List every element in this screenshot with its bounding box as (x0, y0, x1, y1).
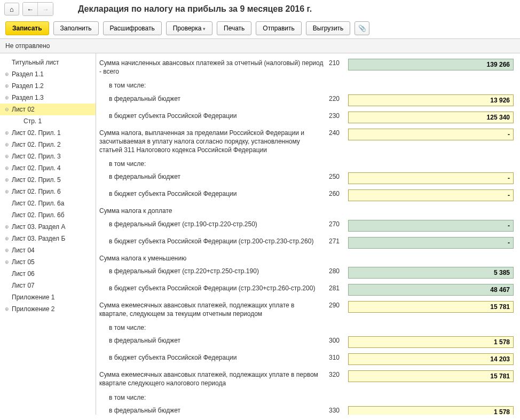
row-code: 240 (329, 129, 348, 137)
row-label: в том числе: (99, 323, 329, 332)
field-280[interactable] (348, 267, 514, 279)
row-label: Сумма ежемесячных авансовых платежей, по… (99, 301, 329, 318)
row-label: в том числе: (99, 160, 329, 168)
plus-icon[interactable]: ⊕ (3, 247, 11, 254)
status-bar: Не отправлено (0, 39, 520, 53)
field-240[interactable] (348, 129, 514, 140)
field-300[interactable] (348, 336, 514, 348)
tree-item-12[interactable]: Лист 02. Прил. 6а (0, 197, 96, 209)
tree-item-6[interactable]: ⊕Лист 02. Прил. 1 (0, 127, 96, 139)
tree-item-3[interactable]: ⊕Раздел 1.3 (0, 92, 96, 104)
back-button[interactable]: ← (23, 3, 38, 15)
plus-icon[interactable]: ⊕ (3, 94, 11, 101)
tree-label: Титульный лист (12, 59, 59, 66)
form-row-281: в бюджет субъекта Российской Федерации (… (99, 284, 514, 296)
row-label: в федеральный бюджет (стр.190-стр.220-ст… (99, 220, 329, 228)
row-code: 230 (329, 112, 348, 120)
row-label: в федеральный бюджет (99, 172, 329, 181)
tree-label: Лист 02. Прил. 6 (12, 188, 61, 195)
nav-group: ← → (22, 2, 53, 16)
field-290[interactable] (348, 301, 514, 313)
row-label: в федеральный бюджет (99, 94, 329, 103)
row-code: 271 (329, 237, 348, 245)
tree-item-21[interactable]: ⊕Приложение 2 (0, 303, 96, 315)
plus-icon[interactable]: ⊕ (3, 153, 11, 160)
row-code: 290 (329, 301, 348, 309)
plus-icon[interactable]: ⊕ (3, 176, 11, 184)
tree-item-17[interactable]: ⊕Лист 05 (0, 256, 96, 268)
fill-button[interactable]: Заполнить (53, 21, 99, 35)
decode-button[interactable]: Расшифровать (103, 21, 162, 35)
forward-button: → (38, 3, 53, 15)
tree-item-2[interactable]: ⊕Раздел 1.2 (0, 80, 96, 92)
attach-button[interactable]: 📎 (354, 21, 369, 35)
tree-item-14[interactable]: ⊕Лист 03. Раздел А (0, 221, 96, 233)
tree-item-13[interactable]: Лист 02. Прил. 6б (0, 209, 96, 221)
plus-icon[interactable]: ⊕ (3, 141, 11, 148)
field-281[interactable] (348, 284, 514, 296)
tree-label: Лист 02 (12, 106, 35, 113)
plus-icon[interactable]: ⊕ (3, 258, 11, 266)
toolbar: Записать Заполнить Расшифровать Проверка… (0, 18, 520, 39)
tree-label: Лист 05 (12, 258, 35, 266)
row-label: в том числе: (99, 393, 329, 402)
tree-label: Лист 02. Прил. 2 (12, 141, 61, 148)
tree-item-19[interactable]: Лист 07 (0, 280, 96, 291)
tree-label: Лист 03. Раздел А (12, 223, 65, 231)
field-271[interactable] (348, 237, 514, 249)
tree-item-20[interactable]: Приложение 1 (0, 291, 96, 303)
write-button[interactable]: Записать (5, 21, 49, 35)
form-row-15: в том числе: (99, 323, 514, 332)
field-330[interactable] (348, 406, 514, 415)
tree-item-1[interactable]: ⊕Раздел 1.1 (0, 68, 96, 80)
tree-item-15[interactable]: ⊕Лист 03. Раздел Б (0, 233, 96, 244)
row-code: 220 (329, 94, 348, 102)
field-220[interactable] (348, 94, 514, 106)
tree-label: Раздел 1.2 (12, 82, 44, 90)
tree-label: Лист 02. Прил. 5 (12, 176, 61, 184)
minus-icon[interactable]: ⊖ (3, 106, 11, 113)
field-270[interactable] (348, 220, 514, 232)
tree-item-0[interactable]: Титульный лист (0, 57, 96, 68)
tree-label: Лист 07 (12, 282, 35, 289)
plus-icon[interactable]: ⊕ (3, 82, 11, 90)
tree-item-10[interactable]: ⊕Лист 02. Прил. 5 (0, 174, 96, 186)
plus-icon[interactable]: ⊕ (3, 188, 11, 195)
field-260[interactable] (348, 189, 514, 201)
tree-item-4[interactable]: ⊖Лист 02 (0, 104, 96, 115)
tree-item-8[interactable]: ⊕Лист 02. Прил. 3 (0, 150, 96, 162)
form-row-310: в бюджет субъекта Российской Федерации31… (99, 353, 514, 365)
field-310[interactable] (348, 353, 514, 365)
plus-icon[interactable]: ⊕ (3, 129, 11, 137)
main: Титульный лист⊕Раздел 1.1⊕Раздел 1.2⊕Раз… (0, 53, 520, 415)
tree-item-18[interactable]: Лист 06 (0, 268, 96, 280)
tree-label: Раздел 1.3 (12, 94, 44, 101)
row-label: в федеральный бюджет (стр.220+стр.250-ст… (99, 267, 329, 275)
print-button[interactable]: Печать (217, 21, 251, 35)
tree-item-7[interactable]: ⊕Лист 02. Прил. 2 (0, 139, 96, 150)
export-button[interactable]: Выгрузить (306, 21, 351, 35)
plus-icon[interactable]: ⊕ (3, 305, 11, 313)
plus-icon[interactable]: ⊕ (3, 235, 11, 242)
tree-label: Лист 02. Прил. 6б (12, 211, 65, 219)
plus-icon[interactable]: ⊕ (3, 223, 11, 231)
plus-icon[interactable]: ⊕ (3, 164, 11, 172)
field-250[interactable] (348, 172, 514, 184)
row-label: в бюджет субъекта Российской Федерации (… (99, 284, 329, 292)
tree-item-16[interactable]: ⊕Лист 04 (0, 244, 96, 256)
send-button[interactable]: Отправить (256, 21, 302, 35)
form-row-290: Сумма ежемесячных авансовых платежей, по… (99, 301, 514, 318)
tree-item-9[interactable]: ⊕Лист 02. Прил. 4 (0, 162, 96, 174)
tree-item-5[interactable]: Стр. 1 (0, 115, 96, 127)
field-210[interactable] (348, 59, 514, 70)
field-230[interactable] (348, 112, 514, 123)
tree-label: Лист 02. Прил. 1 (12, 129, 61, 137)
check-button[interactable]: Проверка (166, 21, 212, 35)
form-row-240: Сумма налога, выплаченная за пределами Р… (99, 129, 514, 155)
home-button[interactable]: ⌂ (4, 3, 19, 15)
tree-label: Приложение 1 (12, 294, 54, 301)
form-row-5: в том числе: (99, 160, 514, 168)
tree-item-11[interactable]: ⊕Лист 02. Прил. 6 (0, 186, 96, 197)
field-320[interactable] (348, 370, 514, 382)
plus-icon[interactable]: ⊕ (3, 70, 11, 78)
